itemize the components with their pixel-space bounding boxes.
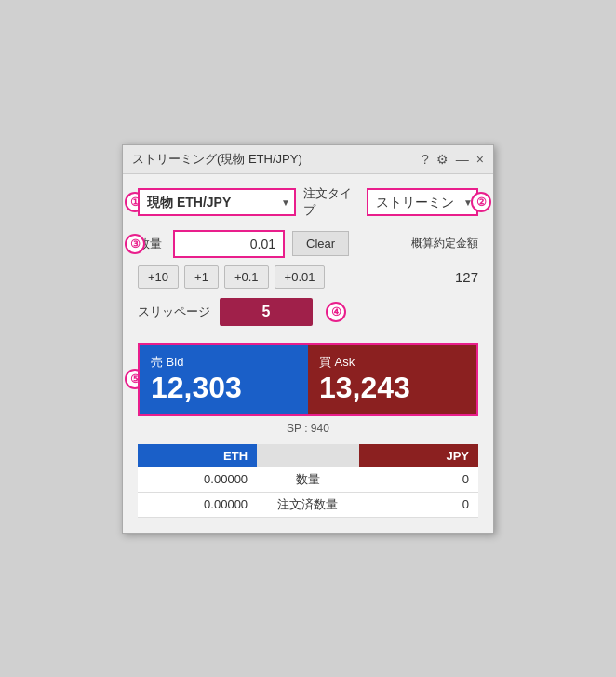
table-cell-eth: 0.00000: [138, 467, 257, 493]
inc-10-button[interactable]: +10: [138, 265, 179, 289]
ask-label: 買 Ask: [319, 354, 465, 371]
bid-button[interactable]: 売 Bid 12,303: [140, 345, 308, 414]
table-header-label: [257, 444, 359, 467]
balance-table: ETH JPY 0.00000 数量 0 0.00000 注文済数量 0: [138, 444, 478, 518]
slippage-row: スリッページ 5 ④: [138, 298, 478, 326]
quantity-row: ③ 数量 Clear 概算約定金額: [138, 230, 478, 258]
symbol-select-wrapper: 現物 ETH/JPY ▼: [138, 188, 296, 216]
order-type-select[interactable]: ストリーミング指値成行: [367, 188, 478, 216]
settings-icon[interactable]: ⚙: [436, 152, 449, 167]
quantity-input[interactable]: [173, 230, 285, 258]
spread-row: SP : 940: [138, 422, 478, 435]
help-icon[interactable]: ?: [422, 152, 429, 167]
window-title: ストリーミング(現物 ETH/JPY): [132, 151, 302, 168]
ask-price: 13,243: [319, 371, 465, 405]
table-row: 0.00000 数量 0: [138, 467, 478, 493]
circle-label-2: ②: [471, 192, 491, 212]
spread-text: SP : 940: [287, 422, 329, 435]
inc-1-button[interactable]: +1: [184, 265, 219, 289]
bid-ask-row: 売 Bid 12,303 買 Ask 13,243: [138, 343, 478, 416]
minimize-icon[interactable]: —: [456, 152, 469, 167]
table-cell-jpy: 0: [359, 467, 478, 493]
table-row: 0.00000 注文済数量 0: [138, 492, 478, 517]
inc-001-button[interactable]: +0.01: [275, 265, 326, 289]
clear-button[interactable]: Clear: [292, 231, 349, 256]
increment-row: +10 +1 +0.1 +0.01 127: [138, 265, 478, 289]
bid-ask-container: ⑤ 売 Bid 12,303 買 Ask 13,243: [138, 343, 478, 416]
title-bar: ストリーミング(現物 ETH/JPY) ? ⚙ — ×: [123, 145, 493, 174]
table-cell-label: 注文済数量: [257, 492, 359, 517]
ask-button[interactable]: 買 Ask 13,243: [308, 345, 476, 414]
table-header-jpy: JPY: [359, 444, 478, 467]
table-cell-jpy: 0: [359, 492, 478, 517]
slippage-value[interactable]: 5: [220, 298, 313, 326]
circle-label-4: ④: [326, 302, 346, 322]
slippage-label: スリッページ: [138, 304, 210, 320]
bid-price: 12,303: [151, 371, 297, 405]
circle-label-3: ③: [125, 234, 145, 254]
table-cell-eth: 0.00000: [138, 492, 257, 517]
table-header-eth: ETH: [138, 444, 257, 467]
close-icon[interactable]: ×: [476, 152, 484, 167]
symbol-select[interactable]: 現物 ETH/JPY: [138, 188, 296, 216]
title-bar-controls: ? ⚙ — ×: [422, 152, 484, 167]
main-window: ストリーミング(現物 ETH/JPY) ? ⚙ — × ① 現物 ETH/JPY…: [122, 144, 494, 534]
order-type-select-wrapper: ストリーミング指値成行 ▼: [367, 188, 478, 216]
estimated-amount-label: 概算約定金額: [411, 236, 478, 251]
bid-label: 売 Bid: [151, 354, 297, 371]
order-type-label: 注文タイプ: [303, 185, 359, 219]
estimated-amount-value: 127: [422, 269, 478, 285]
inc-01-button[interactable]: +0.1: [224, 265, 269, 289]
content-area: ① 現物 ETH/JPY ▼ 注文タイプ ストリーミング指値成行 ▼ ② ③ 数…: [123, 174, 493, 533]
table-cell-label: 数量: [257, 467, 359, 493]
symbol-row: ① 現物 ETH/JPY ▼ 注文タイプ ストリーミング指値成行 ▼ ②: [138, 185, 478, 219]
